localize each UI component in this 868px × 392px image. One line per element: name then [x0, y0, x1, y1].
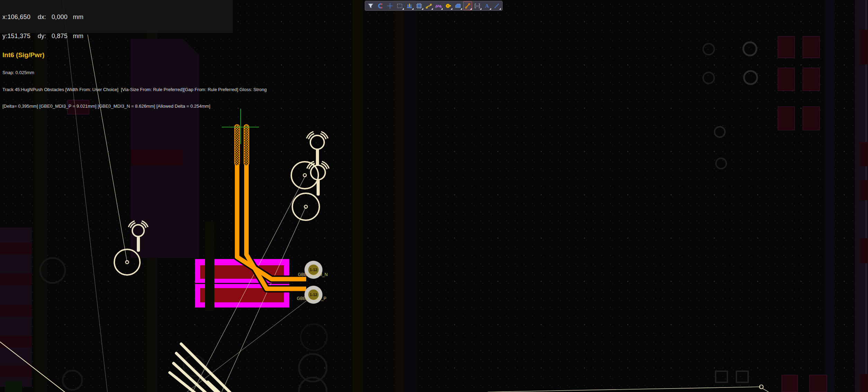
cursor-coordinates-y: y:151,375 dy: 0,875 mm — [2, 33, 233, 39]
selection-rect-icon[interactable] — [395, 1, 404, 10]
pad-icon[interactable] — [405, 1, 414, 10]
active-bar-toolbar: 10 A — [365, 1, 503, 11]
svg-text:10: 10 — [476, 5, 479, 8]
pad-gap — [205, 222, 214, 311]
highlighted-pad-group[interactable] — [195, 222, 289, 311]
component-icon[interactable] — [415, 1, 424, 10]
routing-status-overlay: x:106,650 dx: 0,000 mm y:151,375 dy: 0,8… — [0, 0, 233, 33]
pcb-editor-canvas[interactable]: GBE0_MDI3_N 1-12 GBE0_MDI3_P 1-12 x:106,… — [0, 0, 868, 392]
routing-mode-label: Track 45:HugNPush Obstacles [Width From:… — [2, 88, 233, 92]
text-icon[interactable]: A — [482, 1, 491, 10]
antenna-ring — [310, 135, 324, 149]
via-designator: 1-12 — [310, 293, 317, 297]
via-designator: 1-12 — [310, 268, 317, 272]
crosshair-icon[interactable] — [386, 1, 395, 10]
measure-icon[interactable]: 10 — [473, 1, 482, 10]
magnet-icon[interactable] — [376, 1, 385, 10]
cream-traces — [170, 344, 231, 392]
svg-text:A: A — [485, 3, 489, 9]
line-icon[interactable] — [492, 1, 501, 10]
trace-lookahead-hatched — [235, 125, 240, 166]
tracks-icon[interactable] — [424, 1, 433, 10]
polygon-icon[interactable] — [453, 1, 462, 10]
snap-grid-label: Snap: 0.025mm — [2, 71, 233, 75]
interactive-route-icon[interactable] — [463, 1, 472, 10]
cursor-coordinates-x: x:106,650 dx: 0,000 mm — [2, 14, 233, 20]
via-icon[interactable] — [444, 1, 453, 10]
trace-lookahead-hatched — [244, 125, 249, 166]
funnel-icon[interactable] — [366, 1, 375, 10]
active-layer-label: Int6 (Sig/Pwr) — [2, 52, 233, 58]
meander-icon[interactable] — [434, 1, 443, 10]
drill-pad — [291, 162, 318, 189]
length-delta-label: [Delta= 0.395mm] [GBE0_MDI3_P = 9.021mm]… — [2, 104, 233, 109]
